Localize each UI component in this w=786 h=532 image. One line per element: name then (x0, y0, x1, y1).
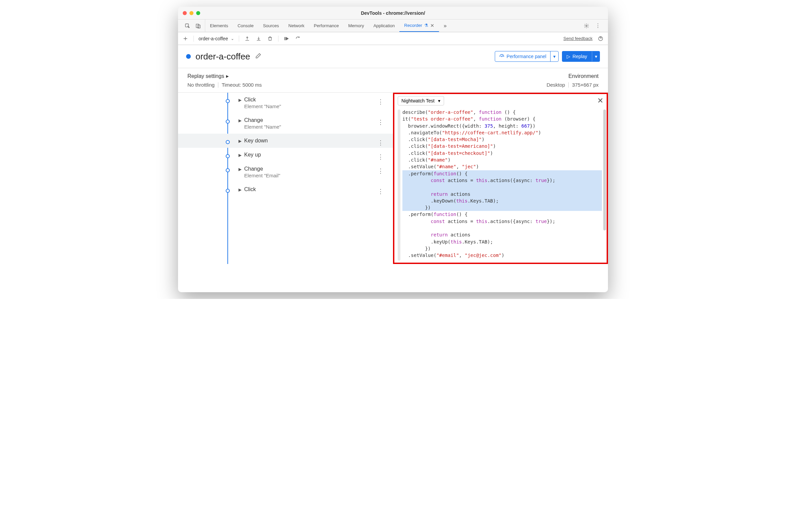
step-over-icon[interactable] (283, 35, 290, 42)
performance-dropdown-icon[interactable]: ▾ (550, 51, 558, 62)
export-icon[interactable] (244, 35, 251, 42)
step-title: Key down (244, 138, 268, 144)
step-subtitle: Element "Name" (244, 124, 281, 130)
close-window-button[interactable] (183, 11, 187, 15)
code-header: Nightwatch Test ▾ ✕ (393, 93, 608, 109)
step-menu-icon[interactable]: ⋮ (377, 167, 384, 175)
chevron-right-icon: ▶ (238, 187, 241, 192)
devtools-tabs-bar: Elements Console Sources Network Perform… (178, 20, 608, 32)
step-item[interactable]: ▶ Click ⋮ (178, 182, 393, 196)
more-tabs-button[interactable]: » (439, 20, 452, 32)
step-item[interactable]: ▶ Click Element "Name" ⋮ (178, 93, 393, 113)
button-label: Replay (572, 54, 587, 59)
tab-label: Recorder (404, 23, 422, 28)
step-title: Click (244, 97, 281, 103)
close-tab-icon[interactable]: ✕ (430, 23, 434, 28)
button-label: Performance panel (507, 54, 546, 59)
delete-icon[interactable] (267, 35, 273, 42)
device-toggle-icon[interactable] (195, 23, 202, 29)
step-item-selected[interactable]: ▶ Key down ⋮ (178, 134, 393, 148)
tab-label: Application (373, 23, 395, 28)
step-menu-icon[interactable]: ⋮ (377, 98, 384, 106)
code-body: describe("order-a-coffee", function () {… (393, 109, 608, 264)
tab-performance[interactable]: Performance (309, 20, 343, 32)
close-panel-icon[interactable]: ✕ (597, 96, 603, 105)
step-menu-icon[interactable]: ⋮ (377, 119, 384, 126)
tab-label: Sources (263, 23, 279, 28)
step-title: Key up (244, 152, 261, 158)
edit-title-icon[interactable] (255, 52, 262, 61)
step-menu-icon[interactable]: ⋮ (377, 188, 384, 195)
devtools-window: DevTools - chrome://version/ Elements Co… (178, 7, 608, 292)
tab-network[interactable]: Network (284, 20, 309, 32)
step-dot (226, 154, 230, 158)
inspect-element-icon[interactable] (184, 23, 191, 29)
recording-status-dot (186, 54, 191, 59)
tab-recorder[interactable]: Recorder ⚗ ✕ (399, 20, 439, 32)
chevron-down-icon: ⌄ (231, 36, 234, 41)
step-item[interactable]: ▶ Change Element "Name" ⋮ (178, 113, 393, 134)
performance-panel-button[interactable]: Performance panel ▾ (495, 51, 559, 62)
tab-console[interactable]: Console (233, 20, 258, 32)
step-dot (226, 120, 230, 123)
tabs-list: Elements Console Sources Network Perform… (205, 20, 579, 32)
flask-icon: ⚗ (424, 23, 428, 28)
svg-point-3 (586, 25, 587, 26)
recording-title: order-a-coffee (195, 51, 250, 62)
svg-point-6 (502, 56, 502, 57)
step-title: Change (244, 117, 281, 123)
step-item[interactable]: ▶ Key up ⋮ (178, 148, 393, 162)
step-title: Click (244, 186, 256, 192)
step-title: Change (244, 166, 280, 172)
steps-column: ▶ Click Element "Name" ⋮ ▶ Change Elemen… (178, 93, 393, 264)
replay-button[interactable]: ▷ Replay ▾ (562, 51, 600, 62)
maximize-window-button[interactable] (196, 11, 200, 15)
settings-subrow: No throttling Timeout: 5000 ms Desktop 3… (178, 80, 608, 93)
settings-row: Replay settings ▸ Environment (178, 68, 608, 80)
chevron-down-icon: ▾ (438, 98, 440, 103)
more-menu-icon[interactable]: ⋮ (595, 23, 601, 29)
step-item[interactable]: ▶ Change Element "Email" ⋮ (178, 162, 393, 182)
timeout-label: Timeout: 5000 ms (222, 82, 262, 88)
step-dot (226, 189, 230, 193)
export-format-dropdown[interactable]: Nightwatch Test ▾ (398, 96, 444, 106)
body-area: ▶ Click Element "Name" ⋮ ▶ Change Elemen… (178, 93, 608, 264)
tab-elements[interactable]: Elements (205, 20, 233, 32)
gauge-icon (499, 54, 505, 59)
step-menu-icon[interactable]: ⋮ (377, 139, 384, 146)
step-subtitle: Element "Email" (244, 172, 280, 178)
tab-memory[interactable]: Memory (344, 20, 369, 32)
recording-selector[interactable]: order-a-coffee ⌄ (199, 36, 234, 41)
tab-sources[interactable]: Sources (258, 20, 284, 32)
replay-dropdown-icon[interactable]: ▾ (592, 51, 600, 62)
step-menu-icon[interactable]: ⋮ (377, 153, 384, 161)
chevron-right-icon: ▶ (238, 139, 241, 143)
play-icon: ▷ (567, 54, 570, 59)
step-icon[interactable] (295, 35, 301, 42)
env-size: 375×667 px (572, 82, 599, 88)
dropdown-label: Nightwatch Test (401, 98, 435, 103)
code-export-panel: Nightwatch Test ▾ ✕ describe("order-a-co… (393, 93, 608, 264)
tab-application[interactable]: Application (369, 20, 400, 32)
help-icon[interactable] (597, 35, 604, 42)
tab-label: Memory (348, 23, 364, 28)
window-title: DevTools - chrome://version/ (361, 10, 425, 16)
settings-gear-icon[interactable] (583, 23, 590, 29)
tab-label: Network (288, 23, 305, 28)
add-recording-button[interactable] (182, 35, 189, 42)
tab-label: Console (237, 23, 254, 28)
send-feedback-link[interactable]: Send feedback (563, 36, 593, 41)
tab-label: Performance (314, 23, 339, 28)
minimize-window-button[interactable] (189, 11, 193, 15)
recording-name-label: order-a-coffee (199, 36, 228, 41)
environment-label: Environment (568, 73, 599, 79)
step-subtitle: Element "Name" (244, 103, 281, 109)
step-dot (226, 168, 230, 172)
replay-settings-toggle[interactable]: Replay settings ▸ (187, 73, 229, 79)
recording-header: order-a-coffee Performance panel ▾ ▷ Rep… (178, 45, 608, 68)
recorder-toolbar: order-a-coffee ⌄ Send feedback (178, 32, 608, 45)
tab-label: Elements (210, 23, 228, 28)
chevron-right-icon: ▶ (238, 98, 241, 102)
import-icon[interactable] (255, 35, 262, 42)
step-dot (226, 140, 230, 144)
